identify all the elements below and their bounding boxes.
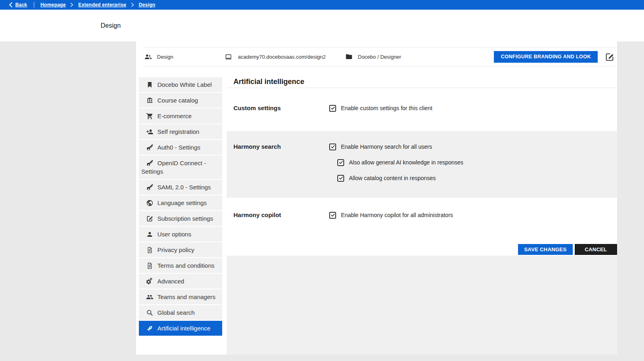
settings-sidebar: Docebo White Label Course catalog E-comm… xyxy=(139,77,222,355)
enable-harmony-copilot-checkbox[interactable] xyxy=(329,212,336,219)
globe-icon xyxy=(146,199,157,206)
harmony-search-label: Harmony search xyxy=(227,143,329,151)
back-chevron-icon xyxy=(9,2,12,7)
back-label[interactable]: Back xyxy=(15,2,27,8)
sidebar-item-artificial-intelligence[interactable]: Artificial intelligence xyxy=(139,321,222,336)
edit-icon[interactable] xyxy=(605,52,614,62)
cancel-button[interactable]: CANCEL xyxy=(575,244,617,255)
enable-custom-settings-checkbox[interactable] xyxy=(329,105,336,112)
sidebar-item-subscription-settings[interactable]: Subscription settings xyxy=(139,211,222,226)
sidebar-item-language-settings[interactable]: Language settings xyxy=(139,195,222,210)
sidebar-item-course-catalog[interactable]: Course catalog xyxy=(139,93,222,108)
sidebar-item-advanced[interactable]: Advanced xyxy=(139,274,222,289)
client-path-group: Docebo / Designer xyxy=(345,53,494,60)
pen-square-icon xyxy=(146,215,157,222)
user-icon xyxy=(146,231,157,238)
catalog-content-checkbox[interactable] xyxy=(337,175,344,182)
sidebar-item-openid-connect-settings[interactable]: OpenID Connect - Settings xyxy=(139,156,222,179)
breadcrumb-design[interactable]: Design xyxy=(139,2,155,8)
key-icon xyxy=(146,184,157,191)
ai-settings-panel: Artificial intelligence Custom settings … xyxy=(227,77,617,355)
sidebar-item-auth0-settings[interactable]: Auth0 - Settings xyxy=(139,140,222,155)
sidebar-item-e-commerce[interactable]: E-commerce xyxy=(139,109,222,123)
panel-footer-area xyxy=(227,256,617,355)
breadcrumb-divider xyxy=(34,2,34,8)
checkbox-label: Also allow general AI knowledge in respo… xyxy=(349,159,463,166)
custom-settings-section: Custom settings Enable custom settings f… xyxy=(227,104,617,112)
save-changes-button[interactable]: SAVE CHANGES xyxy=(518,244,572,255)
chevron-right-icon xyxy=(70,3,73,7)
sidebar-item-privacy-policy[interactable]: Privacy policy xyxy=(139,242,222,257)
custom-settings-label: Custom settings xyxy=(227,104,329,112)
sidebar-item-global-search[interactable]: Global search xyxy=(139,305,222,320)
document-icon xyxy=(146,246,157,253)
checkbox-label: Enable Harmony search for all users xyxy=(341,144,432,150)
sidebar-item-saml-settings[interactable]: SAML 2.0 - Settings xyxy=(139,180,222,195)
enable-custom-settings-row: Enable custom settings for this client xyxy=(329,104,617,112)
page-title: Design xyxy=(0,22,121,29)
users-icon xyxy=(144,53,152,61)
breadcrumb-bar: Back Homepage Extended enterprise Design xyxy=(0,0,644,10)
search-icon xyxy=(146,309,157,316)
page-header: Design xyxy=(0,10,644,41)
content: Docebo White Label Course catalog E-comm… xyxy=(136,77,617,355)
breadcrumb-homepage[interactable]: Homepage xyxy=(41,2,66,8)
general-ai-knowledge-row: Also allow general AI knowledge in respo… xyxy=(337,158,617,166)
bookmark-icon xyxy=(146,81,157,88)
breadcrumb-extended-enterprise[interactable]: Extended enterprise xyxy=(78,2,126,8)
people-icon xyxy=(146,293,157,300)
rocket-icon xyxy=(146,325,157,332)
checkbox-label: Enable Harmony copilot for all administr… xyxy=(341,212,453,218)
sidebar-item-terms-and-conditions[interactable]: Terms and conditions xyxy=(139,258,222,273)
cart-icon xyxy=(146,113,157,119)
key-icon xyxy=(146,160,157,166)
catalog-content-row: Allow catalog content in responses xyxy=(337,174,617,182)
catalog-icon xyxy=(146,97,157,104)
client-path: Docebo / Designer xyxy=(358,54,401,60)
configure-branding-button[interactable]: CONFIGURE BRANDING AND LOOK xyxy=(494,51,598,63)
checkbox-label: Allow catalog content in responses xyxy=(349,175,436,181)
section-title: Artificial intelligence xyxy=(227,77,617,88)
gears-icon xyxy=(146,278,157,285)
general-ai-knowledge-checkbox[interactable] xyxy=(337,159,344,166)
harmony-search-section: Harmony search Enable Harmony search for… xyxy=(227,131,617,198)
checkbox-label: Enable custom settings for this client xyxy=(341,105,432,111)
key-icon xyxy=(146,144,157,151)
sidebar-item-self-registration[interactable]: Self registration xyxy=(139,124,222,139)
client-name-group: Design xyxy=(143,53,224,61)
form-actions: SAVE CHANGES CANCEL xyxy=(227,244,617,255)
enable-harmony-search-row: Enable Harmony search for all users xyxy=(329,143,617,151)
sidebar-item-user-options[interactable]: User options xyxy=(139,227,222,242)
document-icon xyxy=(146,262,157,269)
chevron-right-icon xyxy=(131,3,134,7)
client-url-group: academy70.docebosaas.com/design2 xyxy=(224,53,345,61)
client-url: academy70.docebosaas.com/design2 xyxy=(238,54,326,60)
user-plus-icon xyxy=(146,128,157,135)
folder-icon xyxy=(345,53,353,60)
client-name: Design xyxy=(157,54,173,60)
enable-harmony-search-checkbox[interactable] xyxy=(329,144,336,150)
design-card: Design academy70.docebosaas.com/design2 … xyxy=(136,41,617,355)
sidebar-item-teams-and-managers[interactable]: Teams and managers xyxy=(139,289,222,304)
enable-harmony-copilot-row: Enable Harmony copilot for all administr… xyxy=(329,211,617,219)
sidebar-item-docebo-white-label[interactable]: Docebo White Label xyxy=(139,77,222,92)
back-link[interactable]: Back xyxy=(9,2,27,8)
harmony-copilot-section: Harmony copilot Enable Harmony copilot f… xyxy=(227,211,617,219)
laptop-icon xyxy=(224,53,233,61)
harmony-copilot-label: Harmony copilot xyxy=(227,211,329,219)
client-info-bar: Design academy70.docebosaas.com/design2 … xyxy=(143,47,615,66)
